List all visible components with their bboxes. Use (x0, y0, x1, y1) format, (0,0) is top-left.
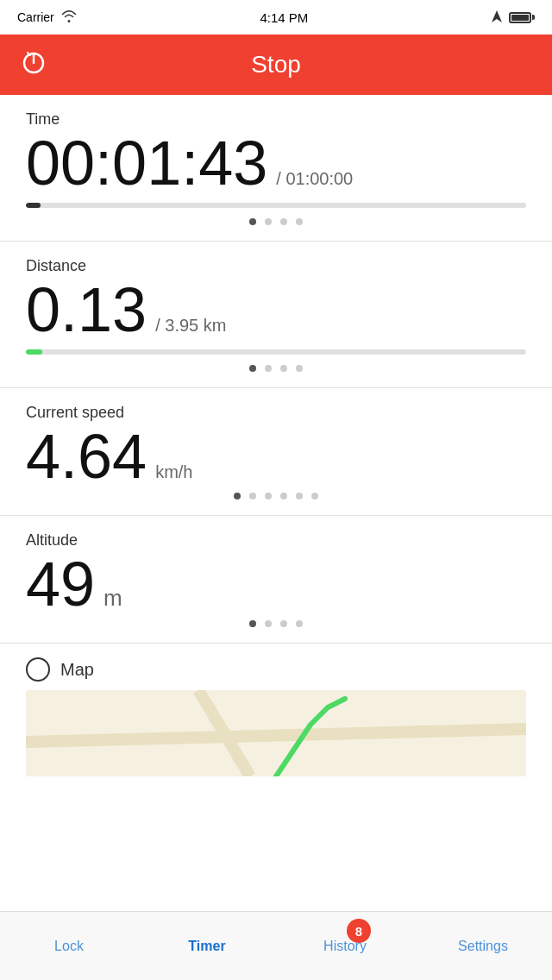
distance-section: Distance 0.13 / 3.95 km (0, 242, 552, 388)
tab-timer-label: Timer (188, 939, 225, 954)
tab-timer[interactable]: Timer (138, 912, 276, 980)
distance-value-row: 0.13 / 3.95 km (26, 279, 526, 341)
map-thumbnail[interactable] (26, 690, 526, 776)
nav-title: Stop (251, 51, 301, 79)
time-value: 00:01:43 (26, 132, 267, 194)
location-icon (492, 10, 502, 25)
dot-1 (234, 493, 241, 499)
altitude-value: 49 (26, 553, 95, 615)
dot-1 (249, 620, 256, 627)
dot-2 (249, 493, 256, 499)
altitude-section: Altitude 49 m (0, 516, 552, 644)
dot-3 (265, 493, 272, 499)
battery-icon (509, 12, 535, 23)
speed-label: Current speed (26, 404, 526, 422)
nav-bar: Stop (0, 35, 552, 95)
svg-marker-0 (492, 10, 502, 22)
dot-3 (280, 620, 287, 627)
history-badge: 8 (347, 919, 371, 943)
map-circle-icon (26, 657, 50, 682)
speed-value-row: 4.64 km/h (26, 425, 526, 487)
status-bar: Carrier 4:14 PM (0, 0, 552, 35)
carrier-label: Carrier (17, 10, 54, 24)
tab-settings-label: Settings (458, 939, 508, 954)
dot-4 (296, 365, 303, 372)
dot-1 (249, 365, 256, 372)
altitude-label: Altitude (26, 531, 526, 550)
timer-icon[interactable] (21, 49, 47, 81)
altitude-sub: m (104, 585, 122, 612)
distance-progress-bar (26, 349, 526, 355)
time-progress-bar (26, 203, 526, 208)
dot-2 (265, 365, 272, 372)
time-label: Time (26, 110, 526, 129)
distance-progress-fill (26, 349, 42, 355)
time-sub: / 01:00:00 (276, 169, 353, 189)
distance-dots (26, 360, 526, 380)
distance-sub: / 3.95 km (155, 316, 226, 336)
altitude-dots (26, 615, 526, 636)
tab-lock-label: Lock (54, 939, 84, 954)
distance-label: Distance (26, 257, 526, 275)
time-dots (26, 213, 526, 234)
tab-bar: Lock Timer History 8 Settings (0, 911, 552, 980)
dot-6 (311, 493, 318, 499)
dot-3 (280, 365, 287, 372)
status-left: Carrier (17, 10, 77, 25)
speed-value: 4.64 (26, 425, 147, 487)
altitude-value-row: 49 m (26, 553, 526, 615)
time-progress-fill (26, 203, 41, 208)
dot-5 (296, 493, 303, 499)
dot-1 (249, 218, 256, 225)
status-time: 4:14 PM (260, 10, 308, 25)
tab-history[interactable]: History 8 (276, 912, 414, 980)
time-section: Time 00:01:43 / 01:00:00 (0, 95, 552, 242)
map-label-row: Map (26, 657, 526, 682)
dot-2 (265, 620, 272, 627)
wifi-icon (61, 10, 77, 25)
main-content: Time 00:01:43 / 01:00:00 Distance 0.13 /… (0, 95, 552, 911)
time-value-row: 00:01:43 / 01:00:00 (26, 132, 526, 194)
speed-sub: km/h (155, 462, 192, 482)
tab-settings[interactable]: Settings (414, 912, 552, 980)
map-label: Map (60, 660, 94, 680)
distance-value: 0.13 (26, 279, 147, 341)
dot-4 (296, 620, 303, 627)
status-right (492, 10, 535, 25)
map-section[interactable]: Map (0, 644, 552, 776)
dot-3 (280, 218, 287, 225)
tab-lock[interactable]: Lock (0, 912, 138, 980)
dot-4 (296, 218, 303, 225)
dot-2 (265, 218, 272, 225)
dot-4 (280, 493, 287, 499)
speed-section: Current speed 4.64 km/h (0, 388, 552, 516)
